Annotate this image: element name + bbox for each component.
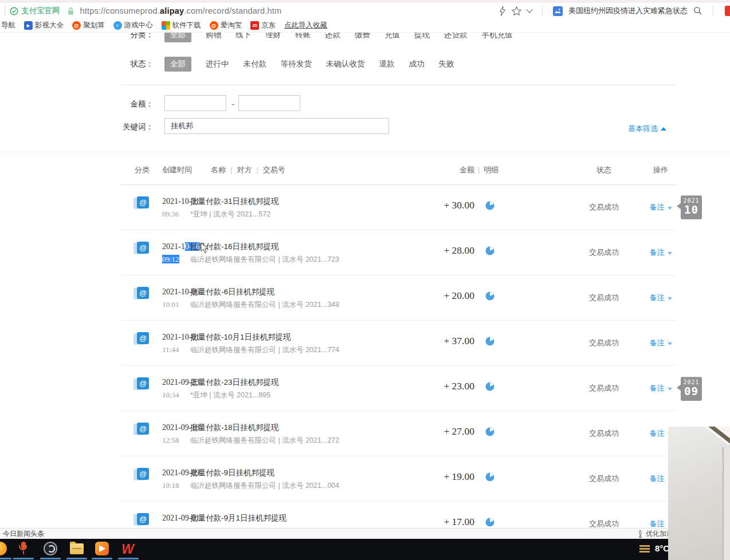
date-unselected: 2021-1 [162,242,185,251]
ime-indicator-icon[interactable] [639,545,650,547]
jd-icon [250,21,259,30]
folder-icon[interactable] [70,543,84,554]
bookmark-label: 聚划算 [83,21,105,30]
video-app-bookmark-icon [24,21,33,30]
detail-pie-icon[interactable] [485,246,494,255]
bookmark-juhuasuan[interactable]: 聚划算 [72,21,105,30]
category-option[interactable]: 线下 [236,32,251,40]
row-title: 批量付款-31日挂机邦提现 [190,196,279,207]
status-option[interactable]: 成功 [409,59,425,69]
filter-divider [121,85,676,85]
detail-pie-icon[interactable] [485,291,494,301]
lock-icon [67,7,74,15]
batch-payment-icon [134,512,151,528]
row-title: 批量付款-10月1日挂机邦提现 [190,332,291,342]
news-ticker[interactable]: 美国纽约州因疫情进入灾难紧急状态 [568,6,688,16]
category-option[interactable]: 手机充值 [482,32,513,40]
row-status: 交易成功 [581,338,627,348]
row-time: 10:01 [162,300,179,309]
bookmark-label: 京东 [261,21,276,30]
row-status: 交易成功 [581,383,627,393]
remark-link[interactable]: 备注 [641,338,681,348]
video-editor-icon[interactable] [95,542,109,555]
status-option[interactable]: 失败 [439,59,454,69]
amount-max-input[interactable] [238,95,300,111]
obs-icon[interactable] [44,542,57,555]
bookmark-label: 影视大全 [35,21,64,30]
detail-pie-icon[interactable] [485,337,494,346]
detail-pie-icon[interactable] [485,201,494,210]
import-favorites-link[interactable]: 点此导入收藏 [284,21,327,30]
category-option[interactable]: 还贷款 [444,32,468,40]
url-post: .com/record/standard.htm [184,6,281,15]
temperature[interactable]: 8°C [655,543,669,553]
taskbar-active-indicator [66,558,87,559]
status-option-all[interactable]: 全部 [164,57,191,72]
category-option[interactable]: 缴费 [355,32,370,40]
detail-pie-icon[interactable] [485,472,494,482]
software-download-icon [162,21,170,30]
bookmark-aitaobao[interactable]: 爱淘宝 [210,21,242,30]
bookmark-video[interactable]: 影视大全 [24,21,64,30]
news-feed-icon[interactable] [553,6,563,16]
category-option-all[interactable]: 全部 [164,32,191,42]
bookmark-jd[interactable]: 京东 [250,21,276,30]
app-icon-partial[interactable] [0,542,7,555]
bookmark-game-center[interactable]: 游戏中心 [113,21,153,30]
favorite-star-icon[interactable] [512,6,521,15]
amount-min-input[interactable] [164,95,226,111]
row-title: 批量付款-18日挂机邦提现 [190,423,279,433]
row-status: 交易成功 [581,519,627,528]
lightning-icon[interactable] [499,6,506,16]
site-identity-badge[interactable]: 支付宝官网 [10,6,60,16]
taskbar-active-indicator [13,558,34,559]
bookmark-nav[interactable]: 导航 [1,21,15,30]
wps-icon[interactable] [121,542,136,557]
status-option[interactable]: 未付款 [244,59,267,69]
taskbar-active-indicator [118,558,139,559]
table-row: 2021-09-01 批量付款-9月1日挂机邦提现 + 17.00 交易成功 备… [0,502,730,528]
status-option[interactable]: 未确认收货 [326,59,365,69]
chevron-down-icon[interactable] [526,6,532,13]
bookmark-software[interactable]: 软件下载 [162,21,201,30]
status-option[interactable]: 进行中 [206,59,229,69]
remark-label: 备注 [650,247,665,258]
category-option[interactable]: 理财 [265,32,281,40]
remark-link[interactable]: 备注 [641,202,681,212]
detail-pie-icon[interactable] [485,382,494,391]
remark-label: 备注 [650,519,665,528]
address-bar[interactable]: 支付宝官网 https://consumeprod.alipay.com/rec… [0,3,730,19]
table-row: 2021-10-06 10:01 批量付款-6日挂机邦提现 临沂超铁网络服务有限… [0,275,730,321]
remark-link[interactable]: 备注 [641,293,681,303]
table-row: 2021-10-31 09:36 批量付款-31日挂机邦提现 *亚坤 | 流水号… [0,185,730,230]
mouse-cursor [201,243,209,254]
header-party: 对方 [237,165,252,174]
remark-link[interactable]: 备注 [641,383,681,393]
row-amount: + 37.00 [394,335,474,347]
detail-pie-icon[interactable] [485,427,494,436]
collapse-arrow-icon [661,127,666,131]
category-option[interactable]: 购物 [206,32,221,40]
basic-filter-toggle[interactable]: 基本筛选 [628,124,666,134]
taskbar: 8°C [0,539,730,560]
category-option[interactable]: 充值 [384,32,400,40]
detail-pie-icon[interactable] [485,518,494,527]
remark-label: 备注 [650,474,665,484]
search-icon[interactable] [693,6,702,15]
alipay-records-page: 分类： 全部 购物 线下 理财 转账 还款 缴费 充值 提现 还贷款 手机充值 … [0,32,730,528]
url-text[interactable]: https://consumeprod.alipay.com/record/st… [80,6,282,15]
keyword-input[interactable] [164,118,389,134]
row-time: 12:58 [162,436,179,445]
news-headline-link[interactable]: 今日新闻头条 [3,529,44,539]
status-option[interactable]: 等待发货 [281,59,312,69]
category-option[interactable]: 提现 [414,32,430,40]
bookmarks-bar: 导航 影视大全 聚划算 游戏中心 软件下载 爱淘宝 京东 点此导入收藏 [0,19,730,33]
row-status: 交易成功 [581,474,627,484]
remark-link[interactable]: 备注 [641,247,681,258]
category-option[interactable]: 转账 [295,32,311,40]
mic-icon[interactable] [17,542,30,557]
row-time: 11:44 [162,345,179,354]
status-option[interactable]: 退款 [379,59,395,69]
keyword-label: 关键词： [108,122,154,132]
category-option[interactable]: 还款 [325,32,340,40]
